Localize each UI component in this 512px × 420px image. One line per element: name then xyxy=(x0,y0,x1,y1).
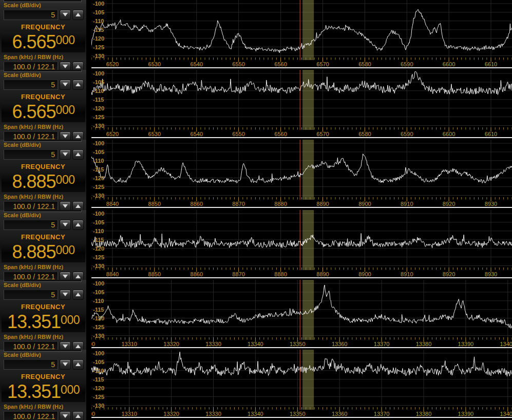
span-rbw-input[interactable]: 100.0 / 122.1 xyxy=(4,411,58,420)
scale-down-button[interactable] xyxy=(60,220,71,230)
scale-down-button[interactable] xyxy=(60,80,71,90)
receiver-row: Scale (dB/div) 5 FREQUENCY 6.565000 Span… xyxy=(0,0,512,70)
x-axis-tick-label: 13380 xyxy=(416,341,432,347)
frequency-hz-digits[interactable]: 000 xyxy=(56,174,75,186)
span-down-button[interactable] xyxy=(60,272,71,280)
scale-up-button[interactable] xyxy=(72,10,84,20)
span-up-button[interactable] xyxy=(72,62,84,70)
frequency-hz-digits[interactable]: 000 xyxy=(56,104,75,116)
arrow-down-icon xyxy=(63,275,68,278)
spectrum-plot xyxy=(91,350,512,419)
x-axis-tick-label: 13310 xyxy=(121,411,137,417)
span-down-button[interactable] xyxy=(60,201,71,211)
frequency-mhz-digits[interactable]: 6.565 xyxy=(12,103,56,121)
frequency-mhz-digits[interactable]: 6.565 xyxy=(12,33,56,51)
frequency-mhz-digits[interactable]: 8.885 xyxy=(12,173,56,191)
span-up-button[interactable] xyxy=(72,201,84,211)
scale-input[interactable]: 5 xyxy=(4,359,58,370)
scale-up-button[interactable] xyxy=(72,290,84,300)
y-axis-tick-label: -105 xyxy=(93,359,104,365)
frequency-display[interactable]: 6.565000 xyxy=(2,32,85,52)
x-axis-tick-label: 8900 xyxy=(358,272,371,277)
y-axis-tick-label: -125 xyxy=(93,44,104,50)
x-axis-tick-label: 6570 xyxy=(316,62,329,67)
scale-input[interactable]: 5 xyxy=(4,220,58,230)
x-axis-tick-label: 13320 xyxy=(163,341,179,347)
filter-passband-overlay xyxy=(302,70,314,130)
span-down-button[interactable] xyxy=(60,131,71,140)
spectrum-display[interactable]: -100-105-110-115-120-125-130 88408850886… xyxy=(91,210,512,280)
frequency-label: FREQUENCY xyxy=(0,302,86,311)
scale-down-button[interactable] xyxy=(60,290,71,300)
x-axis-tick-label: 13350 xyxy=(290,341,306,347)
scale-up-button[interactable] xyxy=(72,80,84,90)
scale-input[interactable]: 5 xyxy=(4,290,58,300)
arrow-down-icon xyxy=(63,13,68,16)
x-axis-tick-label: 6580 xyxy=(358,131,371,137)
control-panel: Scale (dB/div) 5 FREQUENCY 6.565000 Span… xyxy=(0,70,86,140)
frequency-display[interactable]: 13.351000 xyxy=(2,312,85,332)
scale-down-button[interactable] xyxy=(60,149,71,160)
x-axis-tick-label: 8870 xyxy=(232,272,244,277)
y-axis-tick-label: -115 xyxy=(93,237,104,243)
spectrum-trace xyxy=(91,352,512,376)
scale-up-button[interactable] xyxy=(72,149,84,160)
arrow-up-icon xyxy=(75,83,81,86)
minor-frequency-ticks xyxy=(91,407,512,410)
scale-input[interactable]: 5 xyxy=(4,149,58,160)
span-input-row: 100.0 / 122.1 xyxy=(0,410,86,420)
x-axis-tick-label: 8920 xyxy=(443,272,455,277)
y-axis-tick-label: -115 xyxy=(93,97,104,103)
span-rbw-label: Span (kHz) / RBW (Hz) xyxy=(0,264,86,271)
spectrum-display[interactable]: -100-105-110-115-120-125-130 65206530654… xyxy=(91,70,512,140)
x-axis-tick-label: 6600 xyxy=(443,131,455,137)
y-axis-tick-label: -110 xyxy=(93,158,104,164)
span-up-button[interactable] xyxy=(72,131,84,140)
scale-input[interactable]: 5 xyxy=(4,80,58,90)
span-up-button[interactable] xyxy=(72,411,84,420)
span-input-row: 100.0 / 122.1 xyxy=(0,340,86,350)
scale-down-button[interactable] xyxy=(60,359,71,370)
frequency-mhz-digits[interactable]: 13.351 xyxy=(7,313,61,331)
span-down-button[interactable] xyxy=(60,62,71,70)
x-axis-tick-label: 6590 xyxy=(401,62,413,67)
spectrum-display[interactable]: -100-105-110-115-120-125-130 88408850886… xyxy=(91,140,512,210)
x-axis-tick-label: 8910 xyxy=(401,201,413,207)
span-rbw-input[interactable]: 100.0 / 122.1 xyxy=(4,341,58,350)
span-up-button[interactable] xyxy=(72,272,84,280)
frequency-hz-digits[interactable]: 000 xyxy=(61,314,80,326)
frequency-hz-digits[interactable]: 000 xyxy=(61,384,80,396)
y-axis-tick-label: -125 xyxy=(93,184,104,190)
span-up-button[interactable] xyxy=(72,341,84,350)
x-axis-tick-label: 8910 xyxy=(401,272,413,277)
span-rbw-input[interactable]: 100.0 / 122.1 xyxy=(4,62,58,70)
frequency-mhz-digits[interactable]: 8.885 xyxy=(12,243,56,261)
frequency-hz-digits[interactable]: 000 xyxy=(56,34,75,46)
y-axis-tick-label: -115 xyxy=(93,307,104,313)
scale-input[interactable]: 5 xyxy=(4,10,58,20)
spectrum-display[interactable]: -100-105-110-115-120-125-130 65206530654… xyxy=(91,0,512,70)
x-axis-tick-label: 13330 xyxy=(205,411,221,417)
span-rbw-input[interactable]: 100.0 / 122.1 xyxy=(4,201,58,211)
span-down-button[interactable] xyxy=(60,411,71,420)
scale-up-button[interactable] xyxy=(72,220,84,230)
spectrum-display[interactable]: -100-105-110-115-120-125-130 13300133101… xyxy=(91,280,512,350)
frequency-display[interactable]: 8.885000 xyxy=(2,171,85,192)
span-rbw-input[interactable]: 100.0 / 122.1 xyxy=(4,272,58,280)
frequency-display[interactable]: 8.885000 xyxy=(2,242,85,262)
x-axis-tick-label: 6550 xyxy=(232,131,244,137)
frequency-hz-digits[interactable]: 000 xyxy=(56,244,75,256)
scale-input-row: 5 xyxy=(0,148,86,160)
frequency-display[interactable]: 13.351000 xyxy=(2,381,85,402)
scale-down-button[interactable] xyxy=(60,10,71,20)
spectrum-display[interactable]: -100-105-110-115-120-125-130 13300133101… xyxy=(91,350,512,420)
receiver-row: Scale (dB/div) 5 FREQUENCY 6.565000 Span… xyxy=(0,70,512,140)
x-axis-tick-label: 8930 xyxy=(485,272,497,277)
x-axis-tick-label: 8880 xyxy=(274,272,287,277)
span-rbw-input[interactable]: 100.0 / 122.1 xyxy=(4,131,58,140)
span-rbw-label: Span (kHz) / RBW (Hz) xyxy=(0,404,86,410)
span-down-button[interactable] xyxy=(60,341,71,350)
frequency-mhz-digits[interactable]: 13.351 xyxy=(7,383,61,401)
scale-up-button[interactable] xyxy=(72,359,84,370)
frequency-display[interactable]: 6.565000 xyxy=(2,102,85,122)
